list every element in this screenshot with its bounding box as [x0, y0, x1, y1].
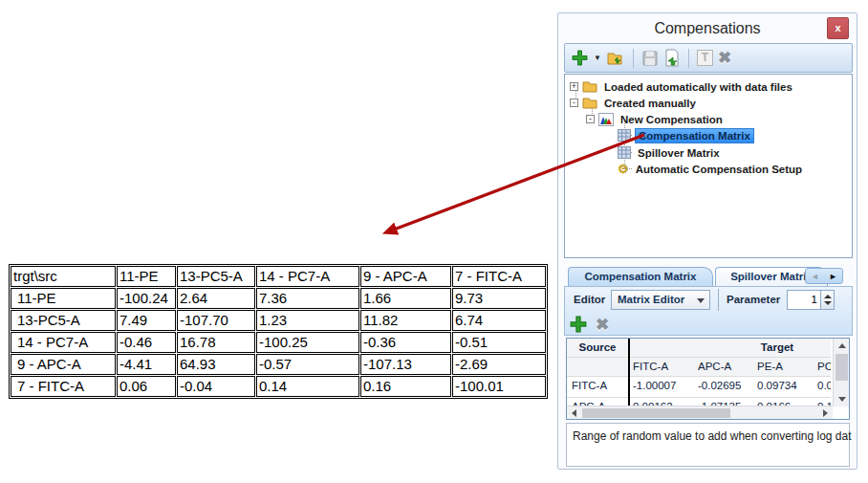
- tree-item-label[interactable]: New Compensation: [618, 113, 726, 126]
- text-icon[interactable]: T: [697, 47, 713, 70]
- add-icon[interactable]: [569, 313, 588, 336]
- table-row: 9 - APC-A -4.41 64.93 -0.57 -107.13 -2.6…: [11, 354, 546, 375]
- col-header: APC-A: [693, 358, 752, 376]
- matrix-cell[interactable]: -0.02695: [693, 377, 752, 397]
- scrollbar-thumb[interactable]: [835, 354, 848, 381]
- tab-scroll-right-icon[interactable]: ►: [829, 272, 837, 281]
- cell: -100.01: [452, 376, 546, 397]
- panel-title: Compensations: [558, 20, 857, 37]
- matrix-cell[interactable]: 0.0: [813, 377, 831, 397]
- matrix-column-header-row: FITC-A APC-A PE-A PC: [567, 358, 831, 377]
- scroll-right-icon[interactable]: [818, 406, 833, 420]
- cell: 11.82: [360, 310, 451, 331]
- target-header: Target: [628, 339, 831, 357]
- open-folder-icon[interactable]: [606, 47, 625, 70]
- scroll-down-icon[interactable]: [834, 392, 850, 406]
- collapse-icon[interactable]: -: [586, 115, 595, 123]
- row-label: 11-PE: [11, 288, 116, 309]
- tree-item-label[interactable]: Created manually: [601, 97, 699, 110]
- cell: -0.57: [256, 354, 359, 375]
- parameter-spinner[interactable]: 1: [787, 290, 835, 310]
- col-header: 9 - APC-A: [360, 266, 451, 287]
- editor-label: Editor: [574, 294, 605, 305]
- row-label: 7 - FITC-A: [11, 376, 116, 397]
- table-row: 13-PC5-A 7.49 -107.70 1.23 11.82 6.74: [11, 310, 546, 331]
- tree-item-label[interactable]: Automatic Compensation Setup: [633, 163, 805, 176]
- matrix-cell[interactable]: -1.00007: [628, 377, 693, 397]
- editor-dropdown[interactable]: Matrix Editor: [611, 290, 710, 310]
- row-label: FITC-A: [567, 377, 628, 397]
- collapse-icon[interactable]: -: [570, 99, 578, 107]
- cell: -107.70: [177, 310, 255, 331]
- cell: -4.41: [117, 354, 176, 375]
- cell: -107.13: [360, 354, 451, 375]
- compensations-tree: + Loaded automatically with data files -…: [564, 74, 853, 258]
- scroll-up-icon[interactable]: [834, 339, 850, 353]
- row-label: 14 - PC7-A: [11, 332, 116, 353]
- folder-icon: [582, 80, 597, 93]
- col-header: 7 - FITC-A: [452, 266, 546, 287]
- matrix-grid: Source Target FITC-A APC-A PE-A PC FITC-…: [566, 338, 850, 420]
- spinner-up-icon[interactable]: [824, 295, 832, 298]
- matrix-row: FITC-A -1.00007 -0.02695 0.09734 0.0: [567, 377, 831, 398]
- spinner-down-icon[interactable]: [824, 301, 832, 305]
- horizontal-scrollbar[interactable]: [567, 406, 833, 419]
- frozen-column-divider: [628, 339, 630, 407]
- expand-icon[interactable]: +: [570, 82, 578, 91]
- tree-item-loaded-automatically[interactable]: + Loaded automatically with data files: [570, 78, 795, 95]
- tab-scroll-left-icon[interactable]: ◄: [811, 272, 819, 281]
- col-header: PE-A: [752, 358, 813, 376]
- col-header: FITC-A: [628, 358, 693, 376]
- cell: 9.73: [452, 288, 546, 309]
- folder-icon: [582, 97, 597, 109]
- tree-item-automatic-compensation-setup[interactable]: ⚙ Automatic Compensation Setup: [618, 161, 805, 177]
- table-row: 7 - FITC-A 0.06 -0.04 0.14 0.16 -100.01: [11, 376, 546, 397]
- gear-icon: ⚙: [618, 163, 629, 175]
- tree-item-compensation-matrix[interactable]: Compensation Matrix: [618, 127, 754, 143]
- delete-icon[interactable]: ✖: [596, 313, 609, 336]
- cell: -0.51: [452, 332, 546, 353]
- matrix-cell[interactable]: 0.09734: [752, 377, 813, 397]
- matrix-toolbar: ✖: [569, 313, 609, 336]
- tree-item-label[interactable]: Spillover Matrix: [635, 146, 723, 160]
- status-box: Range of random value to add when conver…: [566, 423, 850, 467]
- tree-item-label[interactable]: Compensation Matrix: [635, 128, 754, 143]
- parameter-value[interactable]: 1: [787, 290, 821, 310]
- spinner-buttons[interactable]: [821, 290, 835, 310]
- tree-item-created-manually[interactable]: - Created manually: [570, 95, 699, 111]
- tab-scroll-buttons[interactable]: ◄ ►: [805, 268, 843, 284]
- editor-dropdown-value: Matrix Editor: [618, 294, 684, 305]
- status-text: Range of random value to add when conver…: [573, 429, 852, 443]
- matrix-rows: Source Target FITC-A APC-A PE-A PC FITC-…: [567, 339, 831, 407]
- vertical-scrollbar[interactable]: [833, 339, 849, 406]
- col-header: 13-PC5-A: [177, 266, 255, 287]
- cell: 7.49: [117, 310, 176, 331]
- delete-icon[interactable]: ✖: [718, 47, 731, 70]
- save-icon[interactable]: [641, 47, 659, 70]
- add-icon[interactable]: [571, 47, 589, 70]
- tree-item-label[interactable]: Loaded automatically with data files: [601, 80, 795, 94]
- close-button[interactable]: x: [827, 17, 849, 39]
- col-header: 14 - PC7-A: [256, 266, 359, 287]
- chevron-down-icon: [697, 298, 705, 303]
- tree-item-spillover-matrix[interactable]: Spillover Matrix: [618, 144, 723, 161]
- compensation-matrix-table: trgt\src 11-PE 13-PC5-A 14 - PC7-A 9 - A…: [9, 264, 548, 399]
- parameter-label: Parameter: [727, 294, 780, 305]
- row-label: 13-PC5-A: [11, 310, 116, 331]
- cell: 7.36: [256, 288, 359, 309]
- grid-icon: [618, 129, 631, 142]
- main-toolbar: ▼ T ✖: [564, 43, 853, 73]
- blank-header: [567, 358, 628, 376]
- histogram-icon: [598, 113, 614, 126]
- cell: -100.24: [117, 288, 176, 309]
- cell: 64.93: [177, 354, 255, 375]
- tree-item-new-compensation[interactable]: - New Compensation: [586, 111, 726, 127]
- matrix-group-header-row: Source Target: [567, 339, 831, 358]
- export-icon[interactable]: [663, 47, 681, 70]
- scrollbar-thumb[interactable]: [582, 408, 730, 418]
- tab-compensation-matrix[interactable]: Compensation Matrix: [568, 267, 713, 286]
- toolbar-separator: [688, 49, 689, 68]
- add-dropdown-caret[interactable]: ▼: [594, 54, 601, 62]
- compensations-panel: Compensations x ▼ T ✖ + Loaded automatic…: [557, 12, 857, 470]
- scroll-left-icon[interactable]: [567, 406, 581, 420]
